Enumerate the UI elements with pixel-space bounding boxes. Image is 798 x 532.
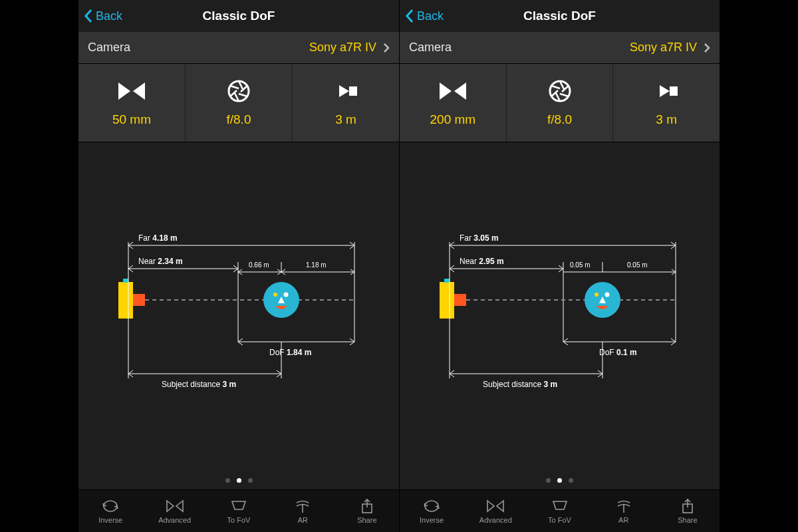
svg-point-72 xyxy=(605,293,610,297)
svg-rect-66 xyxy=(444,279,450,283)
svg-rect-23 xyxy=(123,279,128,283)
camera-selector[interactable]: Camera Sony a7R IV xyxy=(400,32,720,64)
camera-selector[interactable]: Camera Sony a7R IV xyxy=(78,32,399,64)
tab-inverse[interactable]: Inverse xyxy=(400,490,464,532)
distance-param[interactable]: 3 m xyxy=(292,64,399,142)
tab-advanced[interactable]: Advanced xyxy=(464,490,527,532)
distance-value: 3 m xyxy=(656,112,677,127)
aperture-param[interactable]: f/8.0 xyxy=(185,64,292,142)
focal-length-icon xyxy=(438,79,467,103)
focal-length-value: 200 mm xyxy=(430,112,476,127)
tab-label: To FoV xyxy=(548,516,571,524)
back-label: Back xyxy=(96,9,122,23)
tab-bar: Inverse Advanced To FoV AR Share xyxy=(400,489,720,532)
back-button[interactable]: Back xyxy=(405,9,444,23)
tab-label: Advanced xyxy=(479,516,512,524)
back-button[interactable]: Back xyxy=(84,9,122,23)
svg-text:0.66 m: 0.66 m xyxy=(249,261,269,269)
svg-marker-38 xyxy=(176,501,183,511)
tab-bar: Inverse Advanced To FoV AR Share xyxy=(78,489,399,532)
svg-rect-52 xyxy=(670,86,678,96)
svg-text:DoF 0.1 m: DoF 0.1 m xyxy=(599,348,637,357)
svg-text:Near 2.34 m: Near 2.34 m xyxy=(138,257,183,266)
tab-share[interactable]: Share xyxy=(335,490,399,532)
nav-bar: Back Classic DoF xyxy=(78,0,399,32)
svg-line-51 xyxy=(551,86,560,88)
dof-screen: Back Classic DoF Camera Sony a7R IV 50 m… xyxy=(78,0,399,532)
screen-title: Classic DoF xyxy=(203,9,275,23)
svg-marker-1 xyxy=(133,82,145,100)
share-icon xyxy=(358,498,376,514)
distance-value: 3 m xyxy=(335,112,356,127)
svg-marker-80 xyxy=(487,501,494,511)
distance-icon xyxy=(331,79,360,103)
param-row: 200 mm f/8.0 xyxy=(400,64,720,142)
svg-marker-53 xyxy=(660,85,670,97)
tab-label: AR xyxy=(298,516,308,524)
svg-text:Subject distance 3 m: Subject distance 3 m xyxy=(162,380,236,389)
aperture-value: f/8.0 xyxy=(547,112,572,127)
tab-label: Share xyxy=(678,516,697,524)
distance-icon xyxy=(652,79,681,103)
tab-tofov[interactable]: To FoV xyxy=(207,490,271,532)
page-indicator xyxy=(78,474,399,489)
svg-point-45 xyxy=(550,81,570,101)
aperture-param[interactable]: f/8.0 xyxy=(506,64,613,142)
tab-ar[interactable]: AR xyxy=(271,490,334,532)
svg-text:Subject distance 3 m: Subject distance 3 m xyxy=(483,380,557,389)
svg-text:Near 2.95 m: Near 2.95 m xyxy=(460,257,504,266)
svg-text:0.05 m: 0.05 m xyxy=(570,261,591,269)
svg-line-8 xyxy=(230,86,239,88)
chevron-right-icon xyxy=(704,43,710,53)
tab-ar[interactable]: AR xyxy=(592,490,656,532)
svg-text:1.18 m: 1.18 m xyxy=(306,261,327,269)
tab-inverse[interactable]: Inverse xyxy=(78,490,142,532)
advanced-icon xyxy=(166,498,184,514)
page-dot[interactable] xyxy=(248,478,253,483)
distance-param[interactable]: 3 m xyxy=(612,64,720,142)
svg-marker-39 xyxy=(232,501,245,509)
camera-label: Camera xyxy=(88,41,309,55)
svg-rect-22 xyxy=(118,282,133,319)
nav-bar: Back Classic DoF xyxy=(400,0,720,32)
focal-length-param[interactable]: 200 mm xyxy=(400,64,506,142)
tab-label: AR xyxy=(618,516,628,524)
page-dot[interactable] xyxy=(569,478,573,483)
tab-label: Share xyxy=(357,516,376,524)
camera-value: Sony a7R IV xyxy=(630,41,697,55)
svg-point-2 xyxy=(229,81,249,101)
tab-label: To FoV xyxy=(227,516,251,524)
tab-tofov[interactable]: To FoV xyxy=(527,490,591,532)
camera-label: Camera xyxy=(409,41,630,55)
chevron-left-icon xyxy=(84,9,93,23)
page-dot[interactable] xyxy=(225,478,230,483)
dof-diagram: Far 3.05 m Near 2.95 m 0.05 m 0.05 m xyxy=(400,142,720,474)
svg-rect-9 xyxy=(349,86,357,96)
screen-title: Classic DoF xyxy=(523,9,596,23)
svg-marker-44 xyxy=(454,82,466,100)
tofov-icon xyxy=(551,498,569,514)
svg-marker-10 xyxy=(339,85,349,97)
svg-rect-65 xyxy=(440,282,454,319)
svg-text:Far 4.18 m: Far 4.18 m xyxy=(138,233,178,243)
focal-length-param[interactable]: 50 mm xyxy=(78,64,185,142)
page-indicator xyxy=(400,474,720,489)
inverse-icon xyxy=(422,498,441,514)
dof-screen: Back Classic DoF Camera Sony a7R IV 200 … xyxy=(399,0,720,532)
chevron-left-icon xyxy=(405,9,414,23)
page-dot[interactable] xyxy=(546,478,551,483)
svg-text:DoF 1.84 m: DoF 1.84 m xyxy=(269,348,311,357)
tab-share[interactable]: Share xyxy=(656,490,720,532)
advanced-icon xyxy=(486,498,505,514)
page-dot-active[interactable] xyxy=(557,478,562,483)
svg-text:Far 3.05 m: Far 3.05 m xyxy=(460,233,499,243)
focal-length-value: 50 mm xyxy=(112,112,151,127)
svg-marker-37 xyxy=(167,501,174,511)
tab-advanced[interactable]: Advanced xyxy=(142,490,206,532)
svg-marker-81 xyxy=(497,501,503,511)
svg-line-48 xyxy=(560,94,569,96)
svg-marker-0 xyxy=(118,82,130,100)
svg-point-29 xyxy=(284,293,289,297)
ar-icon xyxy=(614,498,633,514)
page-dot-active[interactable] xyxy=(237,478,241,483)
